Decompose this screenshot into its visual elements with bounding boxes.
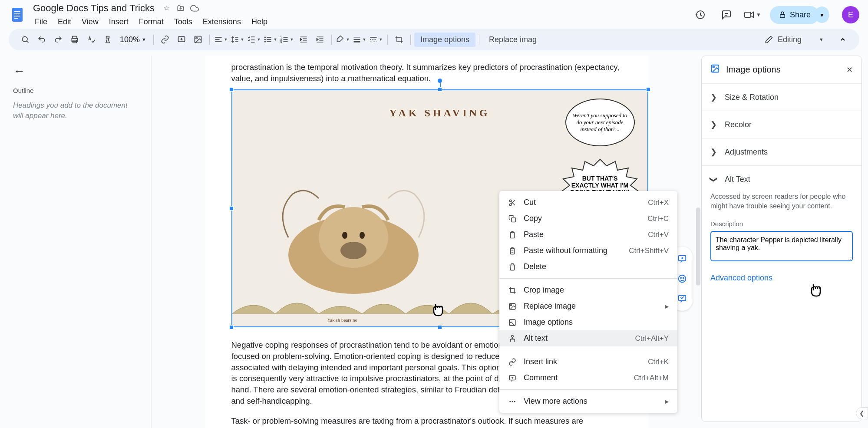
svg-rect-2 bbox=[14, 13, 20, 14]
menu-view[interactable]: View bbox=[77, 16, 103, 28]
menu-format[interactable]: Format bbox=[135, 16, 168, 28]
ctx-more[interactable]: View more actions▶ bbox=[499, 393, 677, 409]
side-panel-toggle[interactable]: ❮ bbox=[856, 407, 868, 419]
svg-point-73 bbox=[713, 66, 715, 68]
editing-mode-button[interactable]: Editing ▼ bbox=[759, 33, 830, 47]
svg-point-71 bbox=[514, 401, 515, 402]
increase-indent-icon[interactable] bbox=[312, 32, 328, 47]
share-dropdown[interactable]: ▼ bbox=[815, 7, 829, 23]
checklist-icon[interactable]: ▼ bbox=[246, 32, 262, 47]
user-avatar[interactable]: E bbox=[842, 6, 859, 23]
comments-icon[interactable] bbox=[718, 6, 735, 23]
section-adjustments[interactable]: ❯ Adjustments bbox=[702, 138, 861, 165]
ctx-alt-text[interactable]: Alt textCtrl+Alt+Y bbox=[499, 330, 677, 346]
outline-hint: Headings you add to the document will ap… bbox=[13, 100, 139, 121]
ctx-image-options[interactable]: Image options bbox=[499, 314, 677, 330]
svg-point-15 bbox=[196, 37, 197, 39]
resize-handle-bm[interactable] bbox=[438, 325, 442, 329]
add-comment-icon[interactable] bbox=[174, 32, 189, 47]
print-icon[interactable] bbox=[67, 32, 83, 47]
svg-rect-0 bbox=[12, 8, 23, 22]
panel-title: Image options bbox=[726, 65, 840, 75]
menu-extensions[interactable]: Extensions bbox=[198, 16, 245, 28]
search-icon[interactable] bbox=[17, 32, 33, 47]
ctx-comment[interactable]: CommentCtrl+Alt+M bbox=[499, 370, 677, 386]
section-recolor[interactable]: ❯ Recolor bbox=[702, 111, 861, 138]
border-weight-icon[interactable]: ▼ bbox=[352, 32, 367, 47]
paint-format-icon[interactable] bbox=[100, 32, 116, 47]
paragraph[interactable]: procrastination is the temporal motivati… bbox=[231, 56, 622, 84]
menu-file[interactable]: File bbox=[30, 16, 52, 28]
resize-handle-ml[interactable] bbox=[229, 206, 234, 211]
line-spacing-icon[interactable]: ▼ bbox=[230, 32, 245, 47]
ctx-link[interactable]: Insert linkCtrl+K bbox=[499, 354, 677, 370]
close-icon[interactable]: ✕ bbox=[846, 65, 853, 75]
rotate-handle[interactable] bbox=[437, 78, 442, 83]
document-title[interactable]: Google Docs Tips and Tricks bbox=[30, 2, 157, 15]
alt-text-icon bbox=[508, 334, 517, 343]
section-alt-text-header[interactable]: ❯ Alt Text bbox=[710, 174, 853, 184]
decrease-indent-icon[interactable] bbox=[296, 32, 311, 47]
replace-image-button[interactable]: Replace imag bbox=[483, 33, 543, 47]
scrollbar[interactable] bbox=[696, 207, 700, 286]
menu-help[interactable]: Help bbox=[247, 16, 272, 28]
bulleted-list-icon[interactable]: ▼ bbox=[263, 32, 278, 47]
ctx-copy[interactable]: CopyCtrl+C bbox=[499, 211, 677, 227]
alt-text-input[interactable] bbox=[710, 231, 853, 261]
meet-button[interactable]: ▼ bbox=[744, 6, 761, 23]
align-icon[interactable]: ▼ bbox=[213, 32, 229, 47]
cloud-status-icon[interactable] bbox=[190, 4, 199, 13]
svg-rect-7 bbox=[745, 12, 751, 17]
border-dash-icon[interactable]: ▼ bbox=[368, 32, 384, 47]
menu-insert[interactable]: Insert bbox=[105, 16, 133, 28]
undo-icon[interactable] bbox=[34, 32, 50, 47]
spellcheck-icon[interactable] bbox=[83, 32, 99, 47]
svg-text:3: 3 bbox=[281, 41, 282, 43]
svg-point-19 bbox=[265, 37, 266, 38]
share-button[interactable]: Share bbox=[770, 6, 819, 24]
docs-logo[interactable] bbox=[9, 6, 26, 23]
history-icon[interactable] bbox=[692, 6, 709, 23]
resize-handle-tr[interactable] bbox=[646, 87, 650, 92]
delete-icon bbox=[508, 263, 517, 271]
numbered-list-icon[interactable]: 123▼ bbox=[279, 32, 295, 47]
app-header: Google Docs Tips and Tricks ☆ File Edit … bbox=[0, 0, 868, 26]
more-icon bbox=[508, 397, 517, 406]
border-color-icon[interactable]: ▼ bbox=[335, 32, 351, 47]
zoom-select[interactable]: 100% ▼ bbox=[116, 33, 150, 46]
comment-icon bbox=[508, 374, 517, 382]
crop-icon[interactable] bbox=[391, 32, 407, 47]
ctx-crop[interactable]: Crop image bbox=[499, 282, 677, 298]
image-options-button[interactable]: Image options bbox=[414, 33, 475, 47]
insert-image-icon[interactable] bbox=[190, 32, 206, 47]
svg-point-65 bbox=[511, 304, 512, 306]
image-icon bbox=[710, 64, 720, 76]
section-size-rotation[interactable]: ❯ Size & Rotation bbox=[702, 83, 861, 111]
ctx-replace[interactable]: Replace image▶ bbox=[499, 298, 677, 314]
svg-point-47 bbox=[342, 232, 347, 239]
ctx-paste-plain[interactable]: Paste without formattingCtrl+Shift+V bbox=[499, 243, 677, 259]
resize-handle-tl[interactable] bbox=[229, 87, 234, 92]
insert-link-icon[interactable] bbox=[157, 32, 173, 47]
ctx-paste[interactable]: PasteCtrl+V bbox=[499, 227, 677, 243]
advanced-options-link[interactable]: Advanced options bbox=[710, 273, 853, 283]
svg-rect-1 bbox=[14, 11, 20, 12]
collapse-toolbar-icon[interactable] bbox=[835, 32, 851, 47]
back-button[interactable]: ← bbox=[13, 64, 139, 78]
ctx-delete[interactable]: Delete bbox=[499, 259, 677, 275]
menu-tools[interactable]: Tools bbox=[170, 16, 197, 28]
star-icon[interactable]: ☆ bbox=[162, 4, 171, 13]
redo-icon[interactable] bbox=[50, 32, 66, 47]
yak-illustration bbox=[267, 159, 440, 298]
resize-handle-tm[interactable] bbox=[438, 87, 442, 92]
paste-icon bbox=[508, 230, 517, 239]
menu-edit[interactable]: Edit bbox=[53, 16, 76, 28]
crop-icon bbox=[508, 286, 517, 295]
toolbar: 100% ▼ ▼ ▼ ▼ ▼ 123▼ ▼ ▼ ▼ Image options … bbox=[9, 29, 859, 50]
resize-handle-bl[interactable] bbox=[229, 325, 234, 329]
pencil-icon bbox=[765, 35, 773, 44]
ctx-cut[interactable]: CutCtrl+X bbox=[499, 194, 677, 211]
svg-rect-8 bbox=[780, 14, 785, 18]
move-icon[interactable] bbox=[176, 4, 185, 13]
paragraph[interactable]: Task- or problem-solving measures are ta… bbox=[231, 415, 622, 427]
